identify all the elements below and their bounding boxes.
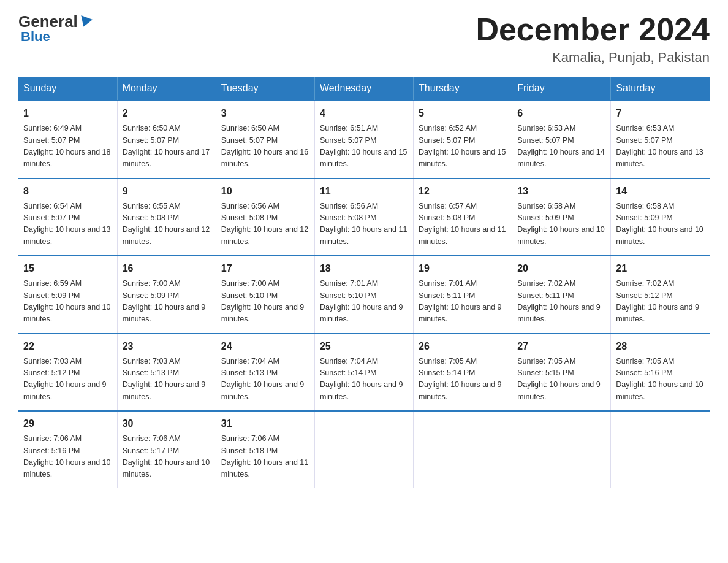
calendar-week-3: 15Sunrise: 6:59 AMSunset: 5:09 PMDayligh…: [18, 256, 710, 334]
day-info: Sunrise: 7:06 AMSunset: 5:17 PMDaylight:…: [123, 433, 211, 481]
day-number: 22: [23, 339, 112, 354]
calendar-cell: 27Sunrise: 7:05 AMSunset: 5:15 PMDayligh…: [512, 334, 611, 412]
calendar-week-1: 1Sunrise: 6:49 AMSunset: 5:07 PMDaylight…: [18, 101, 710, 178]
page-header: General Blue December 2024 Kamalia, Punj…: [18, 12, 710, 66]
calendar-week-5: 29Sunrise: 7:06 AMSunset: 5:16 PMDayligh…: [18, 411, 710, 488]
calendar-cell: 5Sunrise: 6:52 AMSunset: 5:07 PMDaylight…: [414, 101, 512, 178]
day-info: Sunrise: 7:01 AMSunset: 5:10 PMDaylight:…: [320, 278, 408, 326]
day-number: 17: [221, 261, 309, 276]
day-info: Sunrise: 6:53 AMSunset: 5:07 PMDaylight:…: [517, 123, 605, 170]
calendar-cell: 19Sunrise: 7:01 AMSunset: 5:11 PMDayligh…: [414, 256, 512, 334]
day-info: Sunrise: 7:05 AMSunset: 5:14 PMDaylight:…: [419, 356, 507, 404]
day-number: 27: [517, 339, 605, 354]
day-info: Sunrise: 7:01 AMSunset: 5:11 PMDaylight:…: [419, 278, 507, 326]
day-info: Sunrise: 6:50 AMSunset: 5:07 PMDaylight:…: [123, 123, 211, 170]
day-number: 5: [419, 106, 507, 121]
calendar-cell: 12Sunrise: 6:57 AMSunset: 5:08 PMDayligh…: [414, 178, 512, 256]
calendar-cell: 13Sunrise: 6:58 AMSunset: 5:09 PMDayligh…: [512, 178, 611, 256]
day-info: Sunrise: 6:52 AMSunset: 5:07 PMDaylight:…: [419, 123, 507, 170]
day-info: Sunrise: 6:51 AMSunset: 5:07 PMDaylight:…: [320, 123, 408, 170]
logo-triangle-icon: [78, 15, 93, 29]
calendar-cell: 10Sunrise: 6:56 AMSunset: 5:08 PMDayligh…: [216, 178, 314, 256]
day-number: 29: [23, 416, 112, 431]
day-info: Sunrise: 6:58 AMSunset: 5:09 PMDaylight:…: [517, 201, 605, 248]
calendar-header-row: Sunday Monday Tuesday Wednesday Thursday…: [18, 77, 710, 101]
calendar-cell: [314, 411, 413, 488]
day-number: 2: [123, 106, 211, 121]
header-tuesday: Tuesday: [216, 77, 314, 101]
day-number: 1: [23, 106, 112, 121]
day-number: 19: [419, 261, 507, 276]
day-info: Sunrise: 7:02 AMSunset: 5:12 PMDaylight:…: [616, 278, 705, 326]
calendar-cell: 7Sunrise: 6:53 AMSunset: 5:07 PMDaylight…: [611, 101, 710, 178]
calendar-table: Sunday Monday Tuesday Wednesday Thursday…: [18, 77, 710, 488]
day-number: 26: [419, 339, 507, 354]
calendar-cell: 30Sunrise: 7:06 AMSunset: 5:17 PMDayligh…: [117, 411, 216, 488]
day-info: Sunrise: 6:57 AMSunset: 5:08 PMDaylight:…: [419, 201, 507, 248]
day-number: 31: [221, 416, 309, 431]
calendar-cell: 1Sunrise: 6:49 AMSunset: 5:07 PMDaylight…: [18, 101, 117, 178]
calendar-cell: [414, 411, 512, 488]
day-number: 6: [517, 106, 605, 121]
day-number: 7: [616, 106, 705, 121]
day-info: Sunrise: 6:56 AMSunset: 5:08 PMDaylight:…: [221, 201, 309, 248]
header-sunday: Sunday: [18, 77, 117, 101]
calendar-cell: 4Sunrise: 6:51 AMSunset: 5:07 PMDaylight…: [314, 101, 413, 178]
calendar-cell: 18Sunrise: 7:01 AMSunset: 5:10 PMDayligh…: [314, 256, 413, 334]
day-number: 15: [23, 261, 112, 276]
location: Kamalia, Punjab, Pakistan: [476, 50, 710, 66]
day-info: Sunrise: 7:04 AMSunset: 5:14 PMDaylight:…: [320, 356, 408, 404]
day-number: 3: [221, 106, 309, 121]
day-info: Sunrise: 7:03 AMSunset: 5:12 PMDaylight:…: [23, 356, 112, 404]
calendar-cell: 14Sunrise: 6:58 AMSunset: 5:09 PMDayligh…: [611, 178, 710, 256]
header-thursday: Thursday: [414, 77, 512, 101]
calendar-cell: 22Sunrise: 7:03 AMSunset: 5:12 PMDayligh…: [18, 334, 117, 412]
calendar-cell: [611, 411, 710, 488]
calendar-cell: 24Sunrise: 7:04 AMSunset: 5:13 PMDayligh…: [216, 334, 314, 412]
day-info: Sunrise: 6:55 AMSunset: 5:08 PMDaylight:…: [123, 201, 211, 248]
day-info: Sunrise: 6:49 AMSunset: 5:07 PMDaylight:…: [23, 123, 112, 170]
calendar-cell: 26Sunrise: 7:05 AMSunset: 5:14 PMDayligh…: [414, 334, 512, 412]
day-number: 10: [221, 184, 309, 199]
calendar-cell: 2Sunrise: 6:50 AMSunset: 5:07 PMDaylight…: [117, 101, 216, 178]
calendar-cell: 23Sunrise: 7:03 AMSunset: 5:13 PMDayligh…: [117, 334, 216, 412]
calendar-cell: 29Sunrise: 7:06 AMSunset: 5:16 PMDayligh…: [18, 411, 117, 488]
calendar-cell: 8Sunrise: 6:54 AMSunset: 5:07 PMDaylight…: [18, 178, 117, 256]
calendar-cell: 16Sunrise: 7:00 AMSunset: 5:09 PMDayligh…: [117, 256, 216, 334]
day-number: 25: [320, 339, 408, 354]
header-friday: Friday: [512, 77, 611, 101]
day-info: Sunrise: 7:02 AMSunset: 5:11 PMDaylight:…: [517, 278, 605, 326]
day-info: Sunrise: 6:59 AMSunset: 5:09 PMDaylight:…: [23, 278, 112, 326]
calendar-cell: 11Sunrise: 6:56 AMSunset: 5:08 PMDayligh…: [314, 178, 413, 256]
header-monday: Monday: [117, 77, 216, 101]
calendar-week-4: 22Sunrise: 7:03 AMSunset: 5:12 PMDayligh…: [18, 334, 710, 412]
month-title: December 2024: [476, 12, 710, 47]
calendar-cell: 6Sunrise: 6:53 AMSunset: 5:07 PMDaylight…: [512, 101, 611, 178]
day-info: Sunrise: 6:54 AMSunset: 5:07 PMDaylight:…: [23, 201, 112, 248]
day-number: 30: [123, 416, 211, 431]
logo: General Blue: [18, 12, 93, 45]
day-number: 8: [23, 184, 112, 199]
calendar-cell: 31Sunrise: 7:06 AMSunset: 5:18 PMDayligh…: [216, 411, 314, 488]
calendar-cell: 21Sunrise: 7:02 AMSunset: 5:12 PMDayligh…: [611, 256, 710, 334]
calendar-cell: [512, 411, 611, 488]
calendar-cell: 28Sunrise: 7:05 AMSunset: 5:16 PMDayligh…: [611, 334, 710, 412]
logo-blue-text: Blue: [21, 29, 50, 45]
day-number: 9: [123, 184, 211, 199]
day-info: Sunrise: 6:58 AMSunset: 5:09 PMDaylight:…: [616, 201, 705, 248]
day-info: Sunrise: 7:06 AMSunset: 5:18 PMDaylight:…: [221, 433, 309, 481]
day-info: Sunrise: 7:03 AMSunset: 5:13 PMDaylight:…: [123, 356, 211, 404]
day-info: Sunrise: 7:05 AMSunset: 5:16 PMDaylight:…: [616, 356, 705, 404]
day-info: Sunrise: 6:53 AMSunset: 5:07 PMDaylight:…: [616, 123, 705, 170]
calendar-cell: 17Sunrise: 7:00 AMSunset: 5:10 PMDayligh…: [216, 256, 314, 334]
day-info: Sunrise: 6:50 AMSunset: 5:07 PMDaylight:…: [221, 123, 309, 170]
title-area: December 2024 Kamalia, Punjab, Pakistan: [476, 12, 710, 66]
calendar-week-2: 8Sunrise: 6:54 AMSunset: 5:07 PMDaylight…: [18, 178, 710, 256]
day-info: Sunrise: 7:04 AMSunset: 5:13 PMDaylight:…: [221, 356, 309, 404]
calendar-cell: 3Sunrise: 6:50 AMSunset: 5:07 PMDaylight…: [216, 101, 314, 178]
day-info: Sunrise: 7:00 AMSunset: 5:10 PMDaylight:…: [221, 278, 309, 326]
calendar-cell: 15Sunrise: 6:59 AMSunset: 5:09 PMDayligh…: [18, 256, 117, 334]
day-info: Sunrise: 7:05 AMSunset: 5:15 PMDaylight:…: [517, 356, 605, 404]
header-saturday: Saturday: [611, 77, 710, 101]
day-info: Sunrise: 6:56 AMSunset: 5:08 PMDaylight:…: [320, 201, 408, 248]
